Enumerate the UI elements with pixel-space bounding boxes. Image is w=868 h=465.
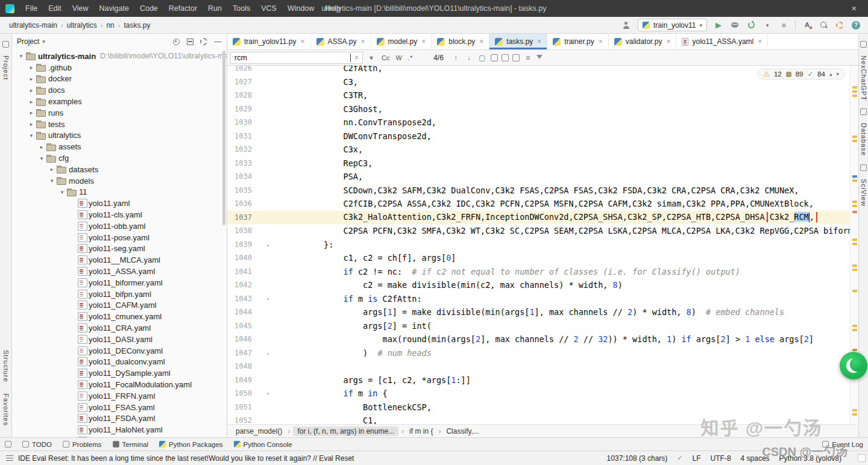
tree-row[interactable]: ▸tests <box>12 119 227 130</box>
tab-block.py[interactable]: block.py× <box>432 34 489 49</box>
project-panel-title[interactable]: Project <box>17 37 39 46</box>
code-line[interactable]: 1037 C3k2_HaloAttention,C3k2_FRFN,Incept… <box>227 211 858 225</box>
tab-train_yolov11.py[interactable]: train_yolov11.py× <box>227 34 311 49</box>
code-line[interactable]: 1030 nn.ConvTranspose2d, <box>227 116 858 130</box>
menu-item-window[interactable]: Window <box>282 0 319 17</box>
tree-row[interactable]: ▾models <box>12 175 227 187</box>
stripe-mark[interactable] <box>852 325 857 327</box>
breadcrumb-item[interactable]: ultralytics <box>65 21 99 30</box>
stripe-mark[interactable] <box>852 201 857 203</box>
code-line[interactable]: 1040 c1, c2 = ch[f], args[0] <box>227 251 858 265</box>
users-icon[interactable] <box>623 22 630 29</box>
toolwindow-quick-access-icon[interactable] <box>5 441 11 448</box>
toggle-W[interactable]: W <box>394 54 403 61</box>
fold-down-icon[interactable]: ▾ <box>266 391 269 396</box>
breadcrumb-item[interactable]: nn <box>104 21 116 30</box>
toggle-[interactable]: .* <box>406 54 414 61</box>
code-line[interactable]: 1039▴ }: <box>227 238 858 252</box>
tree-row[interactable]: yolo11_CRA.yaml <box>12 322 227 334</box>
toolwindow-button-python-packages[interactable]: Python Packages <box>159 441 223 448</box>
window-close-button[interactable]: × <box>840 0 868 17</box>
previous-problem-icon[interactable]: ▴ <box>829 71 832 77</box>
tree-row[interactable]: yolo11-cls.yaml <box>12 209 227 220</box>
tab-yolo11_ASSA.yaml[interactable]: yolo11_ASSA.yaml× <box>676 34 768 49</box>
tree-row[interactable]: ▸examples <box>12 96 227 107</box>
fold-up-icon[interactable]: ▴ <box>266 350 269 355</box>
stripe-mark[interactable] <box>852 179 857 182</box>
stripe-mark[interactable] <box>852 269 857 271</box>
code-line[interactable]: 1051 BottleneckCSP, <box>227 401 858 414</box>
tree-row[interactable]: yolo11-pose.yaml <box>12 232 227 243</box>
stripe-mark[interactable] <box>852 90 857 93</box>
settings-gear-icon[interactable] <box>836 22 843 29</box>
code-line[interactable]: 1049 args = [c1, c2, *args[1:]] <box>227 373 858 387</box>
tree-row[interactable]: yolo11.yaml <box>12 198 227 209</box>
tree-row[interactable]: ▸docker <box>12 73 227 85</box>
tree-row[interactable]: yolo11_DEConv.yaml <box>12 345 227 357</box>
tree-row[interactable]: ▾11 <box>12 187 227 198</box>
code-line[interactable]: 1041 if c2 != nc: # if c2 not equal to n… <box>227 265 858 279</box>
breadcrumb-item[interactable]: ultralytics-main <box>7 21 59 30</box>
tree-row[interactable]: yolo11__MLCA.yaml <box>12 254 227 266</box>
clear-search-icon[interactable]: × <box>351 54 359 62</box>
tab-trainer.py[interactable]: trainer.py× <box>547 34 608 49</box>
tab-model.py[interactable]: model.py× <box>371 34 432 49</box>
nexchatgpt-toolwindow-icon[interactable] <box>860 41 867 48</box>
menu-item-file[interactable]: File <box>20 0 43 17</box>
collapse-all-icon[interactable] <box>187 39 193 45</box>
tree-row[interactable]: ▸.github <box>12 62 227 73</box>
toolstrip-button-project[interactable]: Project <box>2 55 10 80</box>
tab-close-icon[interactable]: × <box>599 37 603 46</box>
tree-row[interactable]: yolo11_DASI.yaml <box>12 334 227 345</box>
preview-icon[interactable] <box>502 54 509 61</box>
filter-funnel-icon[interactable] <box>536 55 542 62</box>
search-history-icon[interactable]: ▾ <box>366 54 376 62</box>
code-line[interactable]: 1048 <box>227 360 858 373</box>
run-configuration-select[interactable]: train_yolov11 ▾ <box>638 19 707 31</box>
debug-button[interactable] <box>731 22 738 28</box>
tree-row[interactable]: yolo11_HaloNet.yaml <box>12 424 227 435</box>
tree-row[interactable]: yolo11_HRAMi.yaml <box>12 435 227 437</box>
code-line[interactable]: 1035 SCDown,C3k2_SAFM,C3k2_DualConv,C3k2… <box>227 184 858 198</box>
menu-item-edit[interactable]: Edit <box>43 0 67 17</box>
toolstrip-button-structure[interactable]: Structure <box>2 350 10 382</box>
status-segment[interactable]: LF <box>693 454 701 463</box>
stripe-mark[interactable] <box>852 239 857 241</box>
tree-row[interactable]: ▾ultralytics-mainD:\bilibili\model\YOLO1… <box>12 51 227 62</box>
tree-row[interactable]: yolo11_dualconv.yaml <box>12 357 227 368</box>
tree-row[interactable]: yolo11-obb.yaml <box>12 220 227 232</box>
tree-row[interactable]: ▾cfg <box>12 152 227 164</box>
stop-button[interactable]: ■ <box>779 20 788 31</box>
tab-close-icon[interactable]: × <box>666 37 670 46</box>
stripe-mark[interactable] <box>852 290 857 292</box>
translate-icon[interactable]: A <box>803 21 811 29</box>
menu-item-code[interactable]: Code <box>134 0 163 17</box>
toolwindow-button-python-console[interactable]: Python Console <box>234 441 292 448</box>
fold-up-icon[interactable]: ▴ <box>266 242 269 247</box>
tree-row[interactable]: ▸assets <box>12 141 227 152</box>
previous-match-icon[interactable]: ↑ <box>451 54 461 62</box>
code-line[interactable]: 1038 C2PSA_PCFN,C3k2_SMFA,C3k2_WT,C3k2_S… <box>227 224 858 238</box>
toolwindow-button-terminal[interactable]: Terminal <box>113 441 148 448</box>
tree-row[interactable]: yolo11-seg.yaml <box>12 243 227 255</box>
tab-close-icon[interactable]: × <box>479 37 483 46</box>
breadcrumb-item[interactable]: tasks.py <box>122 21 152 30</box>
status-segment[interactable]: UTF-8 <box>711 454 731 463</box>
more-run-options-chevron-icon[interactable]: ▾ <box>763 20 772 31</box>
tab-ASSA.py[interactable]: ASSA.py× <box>311 34 371 49</box>
tree-row[interactable]: ▸runs <box>12 107 227 119</box>
code-line[interactable]: 1036 C2fCIB,C2PSA_ASSA,C3k2_IDC,C3k2_PCF… <box>227 197 858 211</box>
sciview-toolwindow-icon[interactable] <box>860 164 867 171</box>
tree-row[interactable]: yolo11_FocalModulation.yaml <box>12 379 227 390</box>
code-line[interactable]: 1031 DWConvTranspose2d, <box>227 130 858 143</box>
panel-gear-icon[interactable] <box>200 38 207 45</box>
code-line[interactable]: 1033 RepC3, <box>227 157 858 170</box>
stripe-mark[interactable] <box>852 329 857 331</box>
tab-validator.py[interactable]: validator.py× <box>609 34 677 49</box>
next-problem-icon[interactable]: ▾ <box>836 71 839 77</box>
toolstrip-button-favorites[interactable]: Favorites <box>2 393 10 426</box>
highlight-all-icon[interactable] <box>512 54 520 61</box>
tree-row[interactable]: yolo11_cmunex.yaml <box>12 311 227 322</box>
stripe-mark[interactable] <box>852 349 857 351</box>
menu-item-help[interactable]: Help <box>319 0 346 17</box>
